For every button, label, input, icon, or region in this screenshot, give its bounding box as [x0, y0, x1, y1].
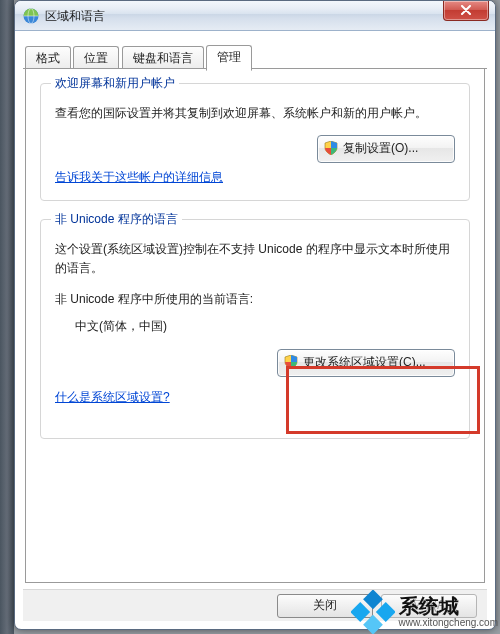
close-button[interactable] — [443, 1, 489, 21]
group-legend-welcome: 欢迎屏幕和新用户帐户 — [51, 75, 179, 92]
uac-shield-icon — [324, 141, 338, 155]
tab-page-administrative: 欢迎屏幕和新用户帐户 查看您的国际设置并将其复制到欢迎屏幕、系统帐户和新的用户帐… — [25, 69, 485, 583]
group-non-unicode: 非 Unicode 程序的语言 这个设置(系统区域设置)控制在不支持 Unico… — [40, 219, 470, 439]
tab-administrative[interactable]: 管理 — [206, 45, 252, 71]
client-area: 格式 位置 键盘和语言 管理 欢迎屏幕和新用户帐户 查看您的国际设置并将其复制到… — [23, 39, 487, 585]
dialog-window: 区域和语言 格式 位置 键盘和语言 管理 欢迎屏幕和新用户帐户 查看您的国际设置… — [14, 0, 496, 630]
window-title: 区域和语言 — [45, 8, 105, 25]
background-left-strip — [0, 0, 14, 634]
tab-location[interactable]: 位置 — [73, 46, 119, 69]
change-system-locale-label: 更改系统区域设置(C)... — [303, 355, 426, 369]
current-language-value: 中文(简体，中国) — [75, 318, 455, 335]
title-bar: 区域和语言 — [15, 1, 495, 31]
app-icon — [23, 8, 39, 24]
copy-settings-button[interactable]: 复制设置(O)... — [317, 135, 455, 163]
group-welcome-accounts: 欢迎屏幕和新用户帐户 查看您的国际设置并将其复制到欢迎屏幕、系统帐户和新的用户帐… — [40, 83, 470, 201]
group-legend-non-unicode: 非 Unicode 程序的语言 — [51, 211, 182, 228]
close-icon — [460, 4, 472, 18]
tab-format[interactable]: 格式 — [25, 46, 71, 69]
group-desc-non-unicode: 这个设置(系统区域设置)控制在不支持 Unicode 的程序中显示文本时所使用的… — [55, 240, 455, 278]
dialog-button-bar: 关闭 应用(A) — [23, 589, 487, 621]
group-desc-welcome: 查看您的国际设置并将其复制到欢迎屏幕、系统帐户和新的用户帐户。 — [55, 104, 455, 123]
link-accounts-info[interactable]: 告诉我关于这些帐户的详细信息 — [55, 169, 455, 186]
dialog-close-button[interactable]: 关闭 — [277, 594, 373, 618]
copy-settings-label: 复制设置(O)... — [343, 141, 418, 155]
link-what-is-system-locale[interactable]: 什么是系统区域设置? — [55, 389, 455, 406]
tab-keyboard-language[interactable]: 键盘和语言 — [122, 46, 204, 69]
current-language-label: 非 Unicode 程序中所使用的当前语言: — [55, 291, 455, 308]
change-system-locale-button[interactable]: 更改系统区域设置(C)... — [277, 349, 455, 377]
tab-strip: 格式 位置 键盘和语言 管理 — [23, 45, 487, 69]
uac-shield-icon — [284, 355, 298, 369]
dialog-apply-button: 应用(A) — [381, 594, 477, 618]
